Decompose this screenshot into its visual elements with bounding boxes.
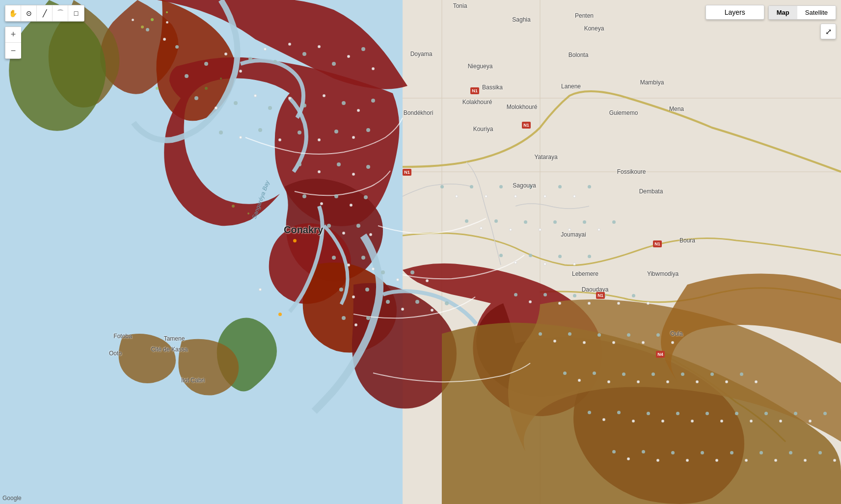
road-badge-N1: N1: [403, 169, 411, 176]
zoom-controls[interactable]: + −: [5, 27, 21, 59]
svg-point-9: [220, 78, 222, 80]
zoom-in-button[interactable]: +: [5, 27, 21, 43]
rectangle-tool-button[interactable]: □: [68, 5, 84, 21]
fullscreen-button[interactable]: ⤢: [820, 24, 836, 39]
svg-point-7: [141, 26, 144, 28]
road-badge-N4: N4: [656, 351, 665, 358]
google-logo: Google: [2, 495, 22, 502]
toolbar: ✋ ⊙ ╱ ⌒ □ + −: [5, 5, 84, 59]
map-type-satellite-button[interactable]: Satellite: [797, 6, 836, 19]
map-type-controls[interactable]: Map Satellite: [768, 5, 836, 20]
point-tool-button[interactable]: ⊙: [21, 5, 37, 21]
svg-point-5: [151, 18, 154, 21]
svg-point-11: [232, 205, 235, 208]
hand-tool-button[interactable]: ✋: [5, 5, 21, 21]
svg-point-8: [205, 87, 208, 90]
polyline-tool-button[interactable]: ⌒: [53, 5, 68, 21]
fullscreen-icon: ⤢: [825, 27, 832, 36]
map-svg: [0, 0, 841, 504]
road-badge-N1: N1: [653, 240, 662, 247]
layers-button[interactable]: Layers: [705, 5, 764, 20]
google-watermark: Google: [2, 495, 22, 502]
zoom-out-button[interactable]: −: [5, 43, 21, 58]
road-badge-N1: N1: [522, 122, 531, 129]
map-type-map-button[interactable]: Map: [769, 6, 797, 19]
svg-point-10: [156, 87, 159, 90]
svg-point-12: [247, 212, 249, 214]
top-right-controls: Layers Map Satellite ⤢: [705, 5, 836, 39]
draw-toolbar[interactable]: ✋ ⊙ ╱ ⌒ □: [5, 5, 84, 22]
svg-point-6: [166, 11, 168, 13]
road-badge-N1: N1: [470, 87, 479, 94]
road-badge-N1: N1: [596, 292, 605, 299]
line-tool-button[interactable]: ╱: [37, 5, 53, 21]
map-container[interactable]: ✋ ⊙ ╱ ⌒ □ + − Layers Map Satellite ⤢ Goo…: [0, 0, 841, 504]
